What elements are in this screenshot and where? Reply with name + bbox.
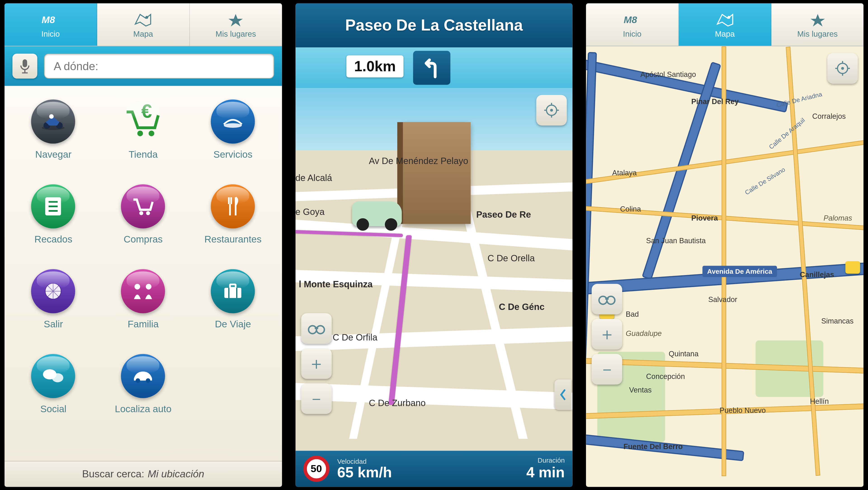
place-label: Canillejas: [800, 270, 834, 279]
road-label: C De Orella: [488, 253, 535, 263]
speed-readout: Velocidad 65 km/h: [337, 458, 392, 479]
bubbles-icon: [31, 354, 75, 398]
cat-salir[interactable]: Salir: [11, 269, 95, 348]
tab-label: Mapa: [133, 29, 153, 38]
svg-rect-23: [224, 288, 241, 298]
nav-street-header: Paseo De La Castellana: [296, 3, 573, 47]
svg-point-18: [146, 211, 150, 215]
duration-readout: Duración 4 min: [526, 457, 565, 481]
drawer-toggle[interactable]: [555, 379, 571, 410]
zoom-out-button[interactable]: －: [301, 383, 332, 414]
footer-location[interactable]: Buscar cerca: Mi ubicación: [4, 461, 282, 487]
place-label: Salvador: [708, 295, 737, 304]
svg-point-17: [140, 211, 144, 215]
search-bar: [4, 46, 282, 86]
binoculars-button[interactable]: [301, 313, 332, 344]
tab-inicio[interactable]: M8 Inicio: [4, 3, 97, 46]
place-label: Piovera: [691, 213, 718, 222]
place-label: Bad: [626, 310, 639, 318]
place-label: Concepción: [646, 372, 685, 380]
list-icon: [31, 184, 75, 228]
road-label: C De Zurbano: [369, 398, 426, 408]
tab-label: Mis lugares: [797, 29, 838, 38]
disco-icon: [31, 269, 75, 313]
tab-mis-lugares[interactable]: Mis lugares: [190, 3, 282, 46]
svg-point-8: [50, 114, 54, 119]
zoom-out-button[interactable]: －: [592, 354, 622, 384]
binoculars-button[interactable]: [592, 284, 622, 314]
cat-label: Compras: [124, 234, 162, 245]
cart-icon: [121, 184, 165, 228]
cat-compras[interactable]: Compras: [101, 184, 185, 263]
cat-restaurantes[interactable]: Restaurantes: [191, 184, 275, 263]
road-label: C De Orfila: [333, 332, 377, 343]
cat-social[interactable]: Social: [11, 354, 95, 433]
cat-familia[interactable]: Familia: [101, 269, 185, 348]
street-label: Calle De Araquil: [768, 116, 806, 150]
cat-label: Restaurantes: [204, 234, 261, 245]
speed-limit-sign: 50: [303, 456, 329, 482]
building-3d: [403, 122, 471, 224]
car-icon: [121, 354, 165, 398]
tab-label: Mis lugares: [216, 29, 256, 38]
place-label: San Juan Bautista: [646, 236, 706, 245]
svg-point-10: [149, 131, 154, 136]
cat-label: De Viaje: [215, 319, 251, 330]
cart-euro-icon: €: [121, 99, 165, 143]
mic-button[interactable]: [12, 54, 37, 79]
place-label: Palomas: [824, 213, 852, 222]
tab-inicio[interactable]: M8 Inicio: [586, 3, 679, 46]
svg-point-49: [607, 296, 615, 304]
locate-button[interactable]: [536, 95, 567, 125]
map-3d[interactable]: Av De Menéndez Pelayo de Alcalá e Goya P…: [296, 88, 573, 451]
family-icon: [121, 269, 165, 313]
cat-tienda[interactable]: € Tienda: [101, 99, 185, 178]
cat-label: Salir: [44, 319, 63, 330]
cat-label: Servicios: [213, 149, 252, 161]
fork-knife-icon: [211, 184, 255, 228]
cat-label: Social: [40, 404, 66, 415]
svg-text:M8: M8: [42, 14, 55, 25]
zoom-in-button[interactable]: ＋: [301, 348, 332, 379]
cat-navegar[interactable]: Navegar: [11, 99, 95, 178]
turn-left-icon: [413, 51, 450, 85]
cat-servicios[interactable]: Servicios: [191, 99, 275, 178]
footer-value: Mi ubicación: [148, 468, 204, 480]
place-label: Apóstol Santiago: [640, 70, 696, 79]
cat-recados[interactable]: Recados: [11, 184, 95, 263]
service-icon: [211, 99, 255, 143]
zoom-in-button[interactable]: ＋: [592, 319, 622, 349]
footer-label: Buscar cerca:: [82, 468, 144, 480]
moto-icon: [31, 99, 75, 143]
tab-mis-lugares[interactable]: Mis lugares: [772, 3, 864, 46]
svg-rect-2: [23, 59, 27, 67]
top-tabs: M8 Inicio Mapa Mis lugares: [586, 3, 864, 46]
svg-rect-39: [315, 327, 318, 329]
place-label: Guadalupe: [626, 329, 662, 338]
svg-point-9: [137, 131, 143, 136]
cat-de-viaje[interactable]: De Viaje: [191, 269, 275, 348]
cat-label: Recados: [34, 234, 72, 245]
tab-mapa[interactable]: Mapa: [679, 3, 772, 46]
highway-shield: Avenida De América: [703, 266, 777, 277]
map-marker[interactable]: [845, 261, 860, 273]
road-label: l Monte Esquinza: [299, 279, 373, 289]
svg-text:M8: M8: [624, 14, 637, 25]
locate-button[interactable]: [827, 53, 858, 84]
screen-navigation: Paseo De La Castellana 1.0km Av De Menén…: [296, 3, 573, 487]
map-icon: [715, 11, 735, 28]
nav-sub-header: 1.0km: [296, 47, 573, 88]
svg-point-32: [550, 109, 553, 112]
place-label: Colina: [620, 204, 641, 213]
road-label: C De Génc: [499, 302, 545, 312]
screen-home: M8 Inicio Mapa Mis lugares: [4, 3, 282, 487]
place-label: Pinar Del Rey: [691, 97, 739, 106]
map-2d[interactable]: Apóstol Santiago Pinar Del Rey Corralejo…: [586, 46, 864, 487]
cat-localiza-auto[interactable]: Localiza auto: [101, 354, 185, 433]
tab-mapa[interactable]: Mapa: [97, 3, 190, 46]
search-input[interactable]: [44, 54, 274, 79]
svg-text:€: €: [142, 100, 152, 121]
nav-street: Paseo De La Castellana: [345, 16, 523, 34]
svg-point-12: [224, 123, 242, 127]
category-grid: Navegar € Tienda Servicios Recados: [4, 86, 282, 461]
